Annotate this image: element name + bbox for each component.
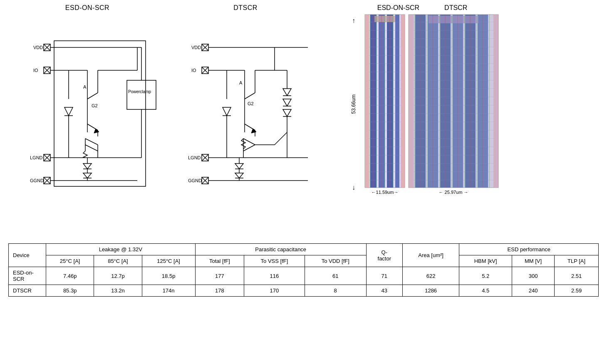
th-mm: MM [V]	[512, 255, 554, 267]
vdd-label-esd: VDD	[33, 45, 43, 50]
row1-t85: 12.7p	[94, 267, 142, 285]
svg-rect-37	[493, 15, 498, 188]
t2-emitter	[85, 145, 98, 151]
io-label-esd: IO	[33, 68, 38, 73]
row2-mm: 240	[512, 285, 554, 297]
row2-t125: 174n	[142, 285, 195, 297]
bot-d2-tri	[83, 173, 92, 178]
row1-qfactor: 71	[366, 267, 402, 285]
th-leakage: Leakage @ 1.32V	[46, 244, 196, 255]
th-parasitic: Parasitic capacitance	[195, 244, 366, 255]
th-t85: 85°C [A]	[94, 255, 142, 267]
row1-tlp: 2.51	[555, 267, 599, 285]
table-row: DTSCR 85.3p 13.2n 174n 178 170 8 43 1286…	[9, 285, 599, 297]
chip-esd-title: ESD-ON-SCR	[377, 4, 419, 12]
chips-titles: ESD-ON-SCR DTSCR	[377, 4, 467, 12]
row1-t125: 18.5p	[142, 267, 195, 285]
dtscr-t1-col	[245, 93, 255, 99]
top-section: ESD-ON-SCR VDD IO LGND	[0, 0, 607, 241]
dtscr-connect	[275, 132, 287, 145]
esd-chip-image	[364, 14, 406, 188]
esd-circuit-block: ESD-ON-SCR VDD IO LGND	[8, 4, 166, 237]
svg-rect-2	[401, 15, 405, 188]
t2-collector	[85, 139, 98, 145]
row1-vdd: 61	[305, 267, 366, 285]
th-total: Total [fF]	[195, 255, 244, 267]
row1-mm: 300	[512, 267, 554, 285]
svg-rect-1	[365, 15, 369, 188]
table-section: Device Leakage @ 1.32V Parasitic capacit…	[0, 241, 607, 301]
ggnd-label-dtscr: GGND	[188, 178, 202, 183]
row1-area: 622	[402, 267, 459, 285]
data-table: Device Leakage @ 1.32V Parasitic capacit…	[8, 243, 599, 297]
dtscr-bd2-tri	[235, 173, 243, 178]
dtscr-chip-image	[408, 14, 499, 188]
row2-t25: 85.3p	[46, 285, 94, 297]
row1-total: 177	[195, 267, 244, 285]
resistor-esd	[83, 151, 87, 158]
row2-tlp: 2.59	[555, 285, 599, 297]
emitter-arrow	[94, 129, 99, 133]
row1-vss: 116	[244, 267, 305, 285]
dtscr-diode-tri	[223, 107, 231, 116]
chips-area: ESD-ON-SCR DTSCR ↑ 53.66um ↓	[325, 4, 516, 237]
row2-t85: 13.2n	[94, 285, 142, 297]
row1-t25: 7.46p	[46, 267, 94, 285]
dtscr-circuit-title: DTSCR	[233, 4, 258, 12]
dtscr-circuit-block: DTSCR VDD IO LGND	[166, 4, 325, 237]
svg-rect-64	[429, 16, 478, 23]
svg-rect-36	[409, 15, 414, 188]
th-area: Area [um²]	[402, 244, 459, 267]
vdd-label-dtscr: VDD	[191, 45, 201, 50]
g2-label: G2	[92, 103, 98, 108]
powerclamp-label: Powerclamp	[128, 89, 151, 94]
dtscr-em-arrow	[251, 129, 256, 133]
row2-vdd: 8	[305, 285, 366, 297]
transistor-a-label: A	[83, 84, 87, 89]
esd-chip-container: ←11.59um→	[364, 14, 406, 195]
powerclamp-box	[127, 80, 156, 109]
dim-vertical-label: 53.66um	[351, 94, 357, 114]
dtscr-g2-label: G2	[248, 101, 254, 106]
collector-wire	[87, 93, 98, 99]
dtscr-chip-dim-label: ← 25.97um →	[439, 190, 468, 195]
th-to-vdd: To VDD [fF]	[305, 255, 366, 267]
row2-vss: 170	[244, 285, 305, 297]
dtscr-circuit-svg: VDD IO LGND GGND	[166, 16, 325, 224]
row2-area: 1286	[402, 285, 459, 297]
io-label-dtscr: IO	[191, 68, 196, 73]
arrow-up: ↑	[352, 17, 355, 25]
arrow-down: ↓	[352, 184, 355, 191]
lgnd-label-esd: LGND	[30, 155, 43, 160]
th-to-vss: To VSS [fF]	[244, 255, 305, 267]
th-qfactor: Q-factor	[366, 244, 402, 267]
th-esd-perf: ESD performance	[459, 244, 599, 255]
th-hbm: HBM [kV]	[459, 255, 512, 267]
dtscr-rd1-tri	[283, 89, 291, 96]
row1-hbm: 5.2	[459, 267, 512, 285]
row2-total: 178	[195, 285, 244, 297]
chip-dtscr-title: DTSCR	[444, 4, 467, 12]
th-device: Device	[9, 244, 46, 267]
row2-qfactor: 43	[366, 285, 402, 297]
dtscr-a-label: A	[239, 80, 243, 85]
lgnd-label-dtscr: LGND	[188, 155, 201, 160]
main-container: ESD-ON-SCR VDD IO LGND	[0, 0, 607, 364]
row1-device: ESD-on-SCR	[9, 267, 46, 285]
dtscr-chip-container: ← 25.97um →	[408, 14, 499, 195]
row2-hbm: 4.5	[459, 285, 512, 297]
esd-circuit-svg: VDD IO LGND	[8, 16, 166, 224]
dtscr-rd2-tri	[283, 99, 291, 106]
dtscr-bd1-tri	[235, 163, 243, 169]
dtscr-t2-c	[243, 139, 255, 145]
esd-chip-dim-label: ←11.59um→	[372, 190, 399, 195]
dtscr-rd3-tri	[283, 109, 291, 116]
th-t125: 125°C [A]	[142, 255, 195, 267]
th-tlp: TLP [A]	[555, 255, 599, 267]
svg-rect-6	[395, 15, 399, 188]
table-row: ESD-on-SCR 7.46p 12.7p 18.5p 177 116 61 …	[9, 267, 599, 285]
th-t25: 25°C [A]	[46, 255, 94, 267]
dtscr-t2-e	[243, 145, 255, 151]
diode-triangle	[64, 107, 73, 116]
ggnd-label-esd: GGND	[30, 178, 44, 183]
